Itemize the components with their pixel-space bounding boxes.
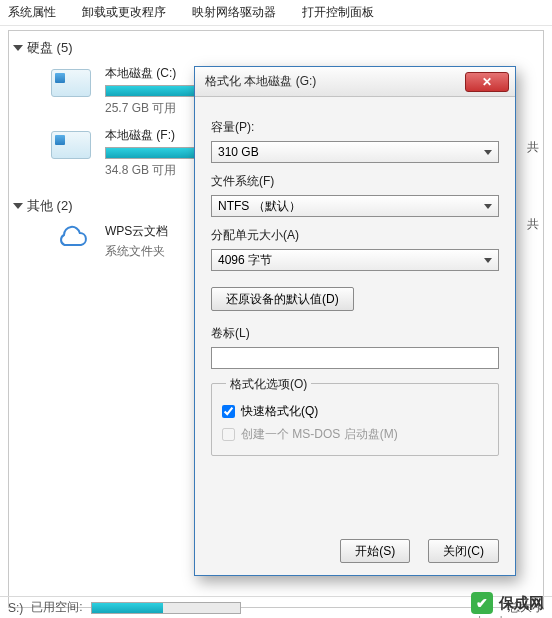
- msdos-checkbox: 创建一个 MS-DOS 启动盘(M): [222, 426, 488, 443]
- quick-format-checkbox[interactable]: 快速格式化(Q): [222, 403, 488, 420]
- format-options-legend: 格式化选项(O): [226, 376, 311, 393]
- status-capacity-bar: [91, 602, 241, 614]
- explorer-toolbar: 系统属性 卸载或更改程序 映射网络驱动器 打开控制面板: [0, 0, 552, 26]
- dialog-titlebar[interactable]: 格式化 本地磁盘 (G:) ✕: [195, 67, 515, 97]
- section-drives[interactable]: 硬盘 (5): [9, 31, 543, 59]
- menu-uninstall[interactable]: 卸载或更改程序: [82, 4, 166, 21]
- allocation-value: 4096 字节: [218, 252, 272, 269]
- hdd-icon: [51, 131, 91, 159]
- menu-map-drive[interactable]: 映射网络驱动器: [192, 4, 276, 21]
- hdd-icon: [51, 69, 91, 97]
- right-edge-labels: 共 共: [525, 109, 543, 263]
- filesystem-value: NTFS （默认）: [218, 198, 301, 215]
- edge-label: 共: [525, 109, 543, 186]
- capacity-value: 310 GB: [218, 145, 259, 159]
- close-icon: ✕: [482, 75, 492, 89]
- menu-system-properties[interactable]: 系统属性: [8, 4, 56, 21]
- filesystem-label: 文件系统(F): [211, 173, 499, 190]
- msdos-input: [222, 428, 235, 441]
- format-options-fieldset: 格式化选项(O) 快速格式化(Q) 创建一个 MS-DOS 启动盘(M): [211, 383, 499, 456]
- expander-icon: [13, 203, 23, 209]
- status-left: S:): [8, 601, 23, 615]
- format-dialog: 格式化 本地磁盘 (G:) ✕ 容量(P): 310 GB 文件系统(F) NT…: [194, 66, 516, 576]
- volume-label: 卷标(L): [211, 325, 499, 342]
- edge-label: 共: [525, 186, 543, 263]
- start-button[interactable]: 开始(S): [340, 539, 410, 563]
- capacity-select[interactable]: 310 GB: [211, 141, 499, 163]
- section-title: 其他 (2): [27, 197, 73, 215]
- quick-format-label: 快速格式化(Q): [241, 403, 318, 420]
- cloud-icon: [51, 225, 91, 253]
- section-title: 硬盘 (5): [27, 39, 73, 57]
- shield-icon: ✔: [471, 592, 493, 614]
- msdos-label: 创建一个 MS-DOS 启动盘(M): [241, 426, 398, 443]
- close-button[interactable]: ✕: [465, 72, 509, 92]
- capacity-label: 容量(P):: [211, 119, 499, 136]
- allocation-label: 分配单元大小(A): [211, 227, 499, 244]
- filesystem-select[interactable]: NTFS （默认）: [211, 195, 499, 217]
- close-button-2[interactable]: 关闭(C): [428, 539, 499, 563]
- quick-format-input[interactable]: [222, 405, 235, 418]
- allocation-select[interactable]: 4096 字节: [211, 249, 499, 271]
- expander-icon: [13, 45, 23, 51]
- watermark: ✔ 保成网 zsbaocheng.com: [471, 592, 544, 614]
- restore-defaults-button[interactable]: 还原设备的默认值(D): [211, 287, 354, 311]
- menu-control-panel[interactable]: 打开控制面板: [302, 4, 374, 21]
- dialog-title: 格式化 本地磁盘 (G:): [205, 73, 465, 90]
- status-label: 已用空间:: [31, 599, 82, 616]
- watermark-brand: 保成网: [499, 594, 544, 613]
- volume-input[interactable]: [211, 347, 499, 369]
